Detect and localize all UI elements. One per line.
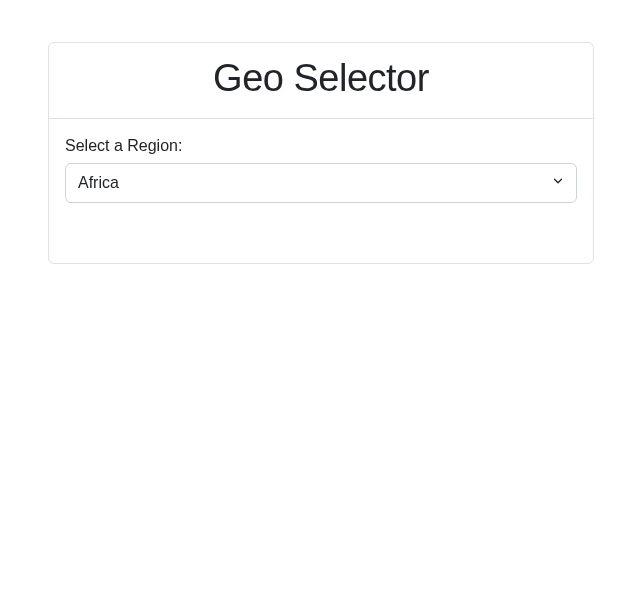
region-label: Select a Region: [65, 137, 577, 155]
page-title: Geo Selector [69, 57, 573, 100]
region-select[interactable]: Africa [65, 163, 577, 203]
geo-selector-card: Geo Selector Select a Region: Africa [48, 42, 594, 264]
region-select-wrapper: Africa [65, 163, 577, 203]
card-body: Select a Region: Africa [49, 119, 593, 263]
card-header: Geo Selector [49, 43, 593, 119]
